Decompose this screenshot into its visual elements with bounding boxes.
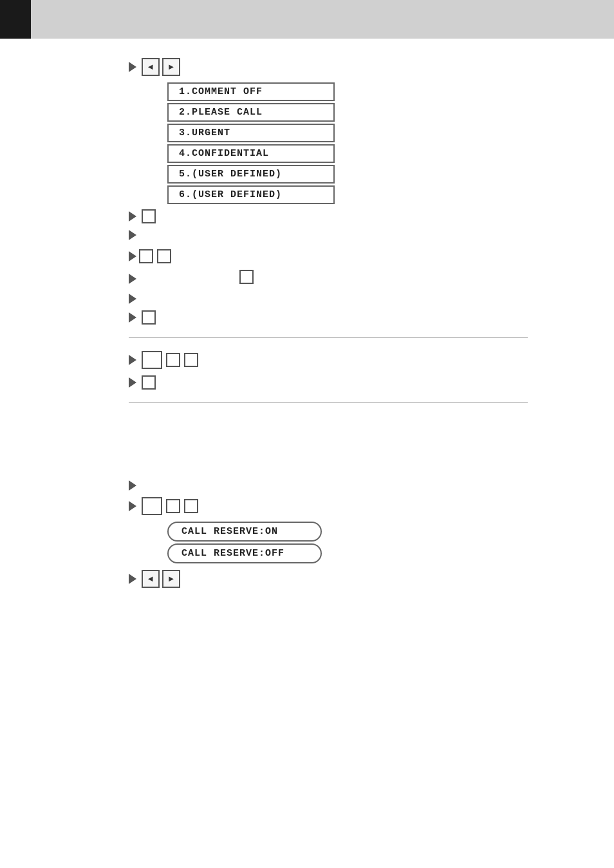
menu-item-6[interactable]: 6.(USER DEFINED) — [167, 185, 335, 204]
arrow-icon-7 — [129, 312, 136, 323]
arrow-icon-9 — [129, 377, 136, 388]
arrow-icon-5 — [129, 274, 136, 284]
nav-right-button[interactable]: ► — [162, 58, 180, 76]
arrow-icon-3 — [129, 230, 136, 240]
nav-left-button-bottom[interactable]: ◄ — [142, 570, 160, 588]
arrow-icon-11 — [129, 501, 136, 511]
checkbox-8[interactable] — [142, 375, 156, 390]
arrow-icon-10 — [129, 480, 136, 491]
arrow-icon-12 — [129, 574, 136, 584]
checkbox-wide-2[interactable] — [142, 497, 162, 515]
nav-right-button-bottom[interactable]: ► — [162, 570, 180, 588]
divider-2 — [129, 402, 528, 403]
row-arrow-10 — [129, 480, 614, 491]
row-small-box-2 — [129, 310, 614, 325]
row-small-box-3 — [129, 375, 614, 390]
menu-item-1[interactable]: 1.COMMENT OFF — [167, 82, 335, 101]
row-offset-box — [129, 270, 614, 287]
menu-item-4[interactable]: 4.CONFIDENTIAL — [167, 144, 335, 163]
row-wide-box-2 — [129, 497, 614, 515]
checkbox-1[interactable] — [142, 209, 156, 223]
arrow-icon-2 — [129, 211, 136, 222]
nav-row-bottom: ◄ ► — [129, 570, 614, 588]
checkbox-3[interactable] — [157, 249, 171, 263]
nav-button-group-bottom: ◄ ► — [142, 570, 180, 588]
checkbox-7[interactable] — [184, 353, 198, 367]
row-with-box-1 — [129, 209, 614, 223]
arrow-icon-4 — [129, 251, 136, 261]
main-content: ◄ ► 1.COMMENT OFF 2.PLEASE CALL 3.URGENT… — [0, 39, 614, 594]
checkbox-2[interactable] — [139, 249, 153, 263]
checkbox-wide[interactable] — [142, 351, 162, 369]
row-arrow-6 — [129, 294, 614, 304]
menu-item-5[interactable]: 5.(USER DEFINED) — [167, 165, 335, 184]
arrow-icon-8 — [129, 355, 136, 365]
spacer-1 — [129, 416, 614, 480]
checkbox-4[interactable] — [239, 270, 254, 284]
header-black-block — [0, 0, 31, 39]
arrow-icon-1 — [129, 62, 136, 72]
checkbox-5[interactable] — [142, 310, 156, 325]
box-group-4 — [142, 351, 198, 369]
reserve-item-off[interactable]: CALL RESERVE:OFF — [167, 543, 322, 563]
nav-row: ◄ ► — [129, 58, 614, 76]
header-bar — [0, 0, 614, 39]
nav-left-button[interactable]: ◄ — [142, 58, 160, 76]
row-two-boxes — [129, 249, 614, 263]
checkbox-9[interactable] — [166, 499, 180, 513]
menu-item-3[interactable]: 3.URGENT — [167, 124, 335, 142]
arrow-icon-6 — [129, 294, 136, 304]
row-arrow-3 — [129, 230, 614, 240]
reserve-item-on[interactable]: CALL RESERVE:ON — [167, 522, 322, 542]
box-group-5 — [142, 375, 156, 390]
box-group-3 — [142, 310, 156, 325]
row-wide-box — [129, 351, 614, 369]
nav-button-group: ◄ ► — [142, 58, 180, 76]
box-group-2 — [139, 249, 171, 263]
comment-menu-list: 1.COMMENT OFF 2.PLEASE CALL 3.URGENT 4.C… — [167, 82, 614, 204]
checkbox-10[interactable] — [184, 499, 198, 513]
menu-item-2[interactable]: 2.PLEASE CALL — [167, 103, 335, 122]
reserve-menu-list: CALL RESERVE:ON CALL RESERVE:OFF — [167, 522, 614, 563]
checkbox-6[interactable] — [166, 353, 180, 367]
box-group-6 — [142, 497, 198, 515]
box-offset-group — [239, 270, 254, 287]
box-group-1 — [142, 209, 156, 223]
divider-1 — [129, 337, 528, 338]
